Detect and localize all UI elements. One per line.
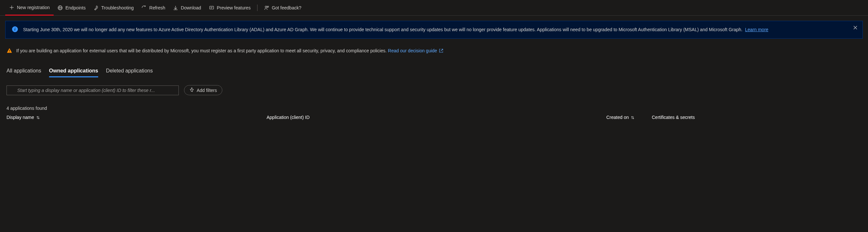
toolbar-label: Troubleshooting [101, 5, 134, 10]
toolbar-label: Preview features [217, 5, 251, 10]
svg-rect-7 [210, 6, 214, 9]
info-banner: i Starting June 30th, 2020 we will no lo… [5, 21, 863, 39]
svg-point-14 [9, 52, 10, 52]
svg-point-10 [265, 6, 267, 7]
tab-owned-applications[interactable]: Owned applications [49, 65, 98, 77]
toolbar-label: Download [181, 5, 201, 10]
refresh-button[interactable]: Refresh [137, 0, 169, 15]
external-link-icon [439, 48, 443, 53]
plus-icon [9, 5, 14, 10]
toolbar-label: Endpoints [65, 5, 86, 10]
column-created-on[interactable]: Created on [606, 115, 652, 120]
decision-guide-link[interactable]: Read our decision guide [388, 48, 443, 53]
sort-icon [36, 115, 40, 119]
learn-more-link[interactable]: Learn more [745, 27, 769, 32]
preview-features-button[interactable]: Preview features [205, 0, 254, 15]
column-display-name[interactable]: Display name [6, 115, 267, 120]
endpoints-button[interactable]: Endpoints [54, 0, 89, 15]
toolbar-divider [257, 5, 257, 11]
tab-deleted-applications[interactable]: Deleted applications [106, 65, 153, 77]
column-app-id[interactable]: Application (client) ID [267, 115, 397, 120]
add-filters-label: Add filters [197, 88, 217, 93]
info-banner-text: Starting June 30th, 2020 we will no long… [23, 26, 768, 33]
table-header: Display name Application (client) ID Cre… [5, 115, 863, 120]
warning-banner: If you are building an application for e… [5, 48, 863, 54]
filter-row: Add filters [5, 85, 863, 95]
toolbar-label: Got feedback? [272, 5, 301, 10]
new-registration-button[interactable]: New registration [5, 0, 54, 15]
tab-all-applications[interactable]: All applications [6, 65, 41, 77]
download-button[interactable]: Download [169, 0, 205, 15]
warning-text: If you are building an application for e… [16, 48, 443, 53]
toolbar-label: New registration [17, 5, 50, 10]
toolbar-label: Refresh [149, 5, 165, 10]
svg-line-15 [441, 49, 443, 51]
close-icon[interactable] [853, 25, 858, 30]
tabs: All applications Owned applications Dele… [5, 65, 863, 77]
preview-icon [209, 5, 214, 10]
filter-icon [189, 88, 194, 93]
wrench-icon [93, 5, 98, 10]
download-icon [173, 5, 178, 10]
add-filters-button[interactable]: Add filters [184, 85, 222, 95]
refresh-icon [142, 5, 147, 10]
sort-icon [631, 115, 634, 119]
toolbar: New registration Endpoints Troubleshooti… [0, 0, 868, 15]
person-feedback-icon [264, 5, 269, 10]
feedback-button[interactable]: Got feedback? [260, 0, 305, 15]
column-certs[interactable]: Certificates & secrets [652, 115, 862, 120]
warning-icon [6, 48, 12, 54]
info-icon: i [12, 26, 18, 32]
results-count: 4 applications found [5, 106, 863, 111]
globe-icon [58, 5, 63, 10]
search-input[interactable] [6, 86, 179, 95]
troubleshooting-button[interactable]: Troubleshooting [89, 0, 137, 15]
